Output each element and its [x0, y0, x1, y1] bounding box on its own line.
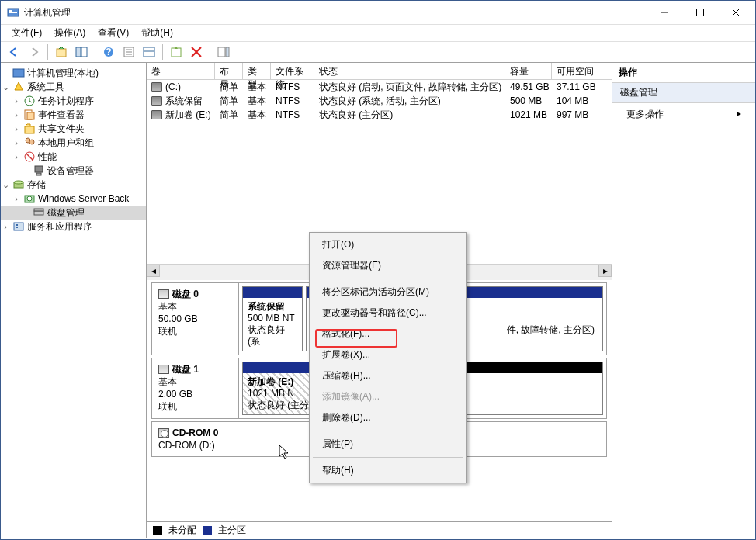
actions-more[interactable]: 更多操作▸	[612, 103, 755, 126]
forward-button[interactable]	[26, 43, 43, 61]
menu-help[interactable]: 帮助(H)	[135, 25, 179, 41]
ctx-extend[interactable]: 扩展卷(X)...	[311, 344, 465, 365]
tree-label: 系统工具	[27, 81, 64, 94]
legend: 未分配 主分区	[147, 521, 612, 538]
refresh-button[interactable]	[168, 43, 185, 61]
list-row[interactable]: 系统保留 简单 基本 NTFS 状态良好 (系统, 活动, 主分区) 500 M…	[147, 94, 612, 108]
col-type[interactable]: 类型	[243, 63, 271, 79]
ctx-mark-active[interactable]: 将分区标记为活动分区(M)	[311, 282, 465, 303]
svg-rect-9	[81, 47, 87, 57]
tree-label: 计算机管理(本地)	[27, 67, 99, 80]
svg-text:?: ?	[106, 47, 111, 57]
ctx-change-letter[interactable]: 更改驱动器号和路径(C)...	[311, 303, 465, 324]
tree-label: 任务计划程序	[38, 95, 94, 108]
tree-root[interactable]: 计算机管理(本地)	[1, 66, 146, 80]
disk-info[interactable]: 磁盘 0 基本 50.00 GB 联机	[152, 283, 239, 355]
tree-wsb[interactable]: ›Windows Server Back	[1, 192, 146, 206]
ctx-format[interactable]: 格式化(F)...	[311, 324, 465, 344]
svg-rect-16	[144, 47, 154, 57]
ctx-mirror: 添加镜像(A)...	[311, 386, 465, 407]
legend-label: 未分配	[168, 524, 196, 537]
svg-rect-21	[218, 47, 225, 57]
maximize-button[interactable]	[682, 1, 718, 24]
cdrom-icon	[158, 428, 169, 438]
tree-label: 磁盘管理	[47, 206, 85, 220]
window-title: 计算机管理	[24, 6, 647, 19]
properties-button[interactable]	[120, 43, 137, 61]
menu-action[interactable]: 操作(A)	[48, 25, 92, 41]
ctx-explorer[interactable]: 资源管理器(E)	[311, 255, 465, 276]
actions-pane: 操作 磁盘管理 更多操作▸	[612, 63, 755, 538]
svg-rect-7	[57, 49, 66, 57]
col-free[interactable]: 可用空间	[552, 63, 598, 79]
tree-disk-management[interactable]: 磁盘管理	[1, 206, 146, 220]
tree-label: 本地用户和组	[38, 137, 94, 150]
ctx-delete[interactable]: 删除卷(D)...	[311, 407, 465, 428]
view-button[interactable]	[140, 43, 158, 61]
tree-event-viewer[interactable]: ›事件查看器	[1, 108, 146, 122]
tree-shared-folders[interactable]: ›共享文件夹	[1, 122, 146, 136]
col-layout[interactable]: 布局	[215, 63, 243, 79]
tree-services[interactable]: ›服务和应用程序	[1, 220, 146, 234]
svg-rect-40	[34, 211, 43, 215]
nav-tree[interactable]: 计算机管理(本地) ⌄系统工具 ›任务计划程序 ›事件查看器 ›共享文件夹 ›本…	[1, 63, 147, 538]
legend-label: 主分区	[218, 524, 246, 537]
ctx-help[interactable]: 帮助(H)	[311, 460, 465, 481]
tree-performance[interactable]: ›性能	[1, 150, 146, 164]
svg-rect-41	[34, 209, 43, 211]
toolbar: ?	[1, 41, 755, 63]
close-button[interactable]	[718, 1, 754, 24]
svg-point-37	[14, 181, 23, 184]
tree-label: 共享文件夹	[38, 123, 85, 136]
volume-icon	[151, 96, 162, 106]
menu-view[interactable]: 查看(V)	[92, 25, 135, 41]
menu-file[interactable]: 文件(F)	[5, 25, 48, 41]
disk-icon	[158, 289, 169, 299]
col-status[interactable]: 状态	[314, 63, 505, 79]
list-row[interactable]: 新加卷 (E:) 简单 基本 NTFS 状态良好 (主分区) 1021 MB 9…	[147, 108, 612, 122]
partition-system-reserved[interactable]: 系统保留500 MB NT状态良好 (系	[242, 286, 303, 351]
up-button[interactable]	[53, 43, 70, 61]
action-pane-button[interactable]	[215, 43, 232, 61]
svg-rect-28	[27, 112, 34, 119]
volume-icon	[151, 82, 162, 92]
scroll-right-icon[interactable]: ▸	[598, 265, 612, 277]
tree-local-users[interactable]: ›本地用户和组	[1, 136, 146, 150]
disk-icon	[158, 365, 169, 374]
tree-label: Windows Server Back	[38, 193, 129, 204]
tree-label: 服务和应用程序	[27, 220, 92, 234]
list-header[interactable]: 卷 布局 类型 文件系统 状态 容量 可用空间	[147, 63, 612, 80]
context-menu: 打开(O) 资源管理器(E) 将分区标记为活动分区(M) 更改驱动器号和路径(C…	[309, 232, 467, 483]
cursor-icon	[279, 445, 292, 461]
tree-label: 设备管理器	[47, 164, 94, 178]
svg-rect-2	[9, 12, 17, 13]
app-icon	[7, 6, 19, 19]
ctx-shrink[interactable]: 压缩卷(H)...	[311, 365, 465, 386]
col-fs[interactable]: 文件系统	[271, 63, 314, 79]
legend-swatch-unallocated	[153, 526, 162, 535]
ctx-properties[interactable]: 属性(P)	[311, 434, 465, 455]
actions-title: 操作	[612, 63, 755, 83]
col-capacity[interactable]: 容量	[505, 63, 552, 79]
svg-rect-34	[35, 166, 43, 172]
tree-label: 事件查看器	[38, 109, 85, 122]
list-row[interactable]: (C:) 简单 基本 NTFS 状态良好 (启动, 页面文件, 故障转储, 主分…	[147, 80, 612, 94]
title-bar: 计算机管理	[1, 1, 755, 24]
tree-task-scheduler[interactable]: ›任务计划程序	[1, 94, 146, 108]
minimize-button[interactable]	[647, 1, 682, 24]
tree-device-manager[interactable]: 设备管理器	[1, 164, 146, 178]
help-button[interactable]: ?	[100, 43, 117, 61]
ctx-open[interactable]: 打开(O)	[311, 234, 465, 255]
svg-rect-42	[14, 223, 23, 230]
col-volume[interactable]: 卷	[147, 63, 215, 79]
disk-info[interactable]: 磁盘 1 基本 2.00 GB 联机	[152, 358, 239, 418]
scroll-left-icon[interactable]: ◂	[147, 265, 160, 277]
svg-rect-18	[172, 48, 181, 57]
show-hide-tree-button[interactable]	[73, 43, 90, 61]
tree-storage[interactable]: ⌄存储	[1, 178, 146, 192]
tree-system-tools[interactable]: ⌄系统工具	[1, 80, 146, 94]
back-button[interactable]	[5, 43, 23, 61]
actions-section[interactable]: 磁盘管理	[612, 83, 755, 103]
delete-button[interactable]	[188, 43, 205, 61]
svg-rect-1	[9, 10, 12, 12]
